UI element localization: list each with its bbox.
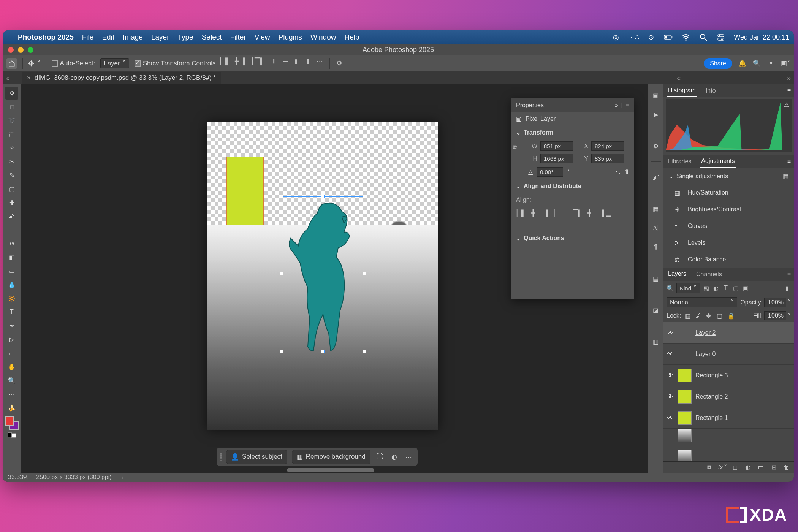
- layer-name[interactable]: Layer 0: [695, 351, 791, 358]
- lock-artboard-icon[interactable]: ▢: [717, 312, 724, 319]
- align-left-icon[interactable]: ▏▌: [221, 58, 230, 65]
- visibility-icon[interactable]: 👁: [667, 351, 674, 358]
- adj-levels[interactable]: ⫸Levels: [663, 234, 794, 251]
- group-icon[interactable]: 🗀: [757, 464, 764, 471]
- angle-input[interactable]: 0.00°: [537, 167, 563, 177]
- layer-row[interactable]: 👁Layer 2: [663, 322, 794, 344]
- menu-file[interactable]: File: [82, 33, 94, 41]
- brush-tool[interactable]: 🖌: [5, 210, 18, 223]
- menubar-clock[interactable]: Wed Jan 22 00:11: [734, 33, 789, 41]
- adj-brightness-contrast[interactable]: ☀Brightness/Contrast: [663, 201, 794, 218]
- layer-thumbnail[interactable]: [678, 411, 692, 425]
- color-swatches[interactable]: [5, 416, 19, 430]
- tab-histogram[interactable]: Histogram: [667, 85, 697, 97]
- magic-wand-tool[interactable]: ✧: [5, 141, 18, 154]
- transform-bounds[interactable]: [282, 196, 364, 352]
- distribute-h-icon[interactable]: ⫴: [270, 58, 279, 65]
- healing-tool[interactable]: ✚: [5, 196, 18, 209]
- visibility-icon[interactable]: 👁: [667, 329, 674, 336]
- adjust-icon[interactable]: ◐: [390, 452, 399, 462]
- auto-select-target[interactable]: Layer ˅: [100, 58, 129, 68]
- align-bottom-icon[interactable]: ▌▁: [602, 209, 611, 218]
- close-tab-icon[interactable]: ×: [27, 74, 31, 82]
- share-button[interactable]: Share: [704, 58, 732, 69]
- menu-edit[interactable]: Edit: [102, 33, 114, 41]
- align-hcenter-icon[interactable]: ╋: [531, 209, 540, 218]
- record-icon[interactable]: ⊙: [646, 33, 656, 42]
- panel-menu-icon[interactable]: ≡: [787, 158, 791, 165]
- horizontal-scrollbar[interactable]: [287, 468, 374, 472]
- gear-icon[interactable]: ⚙: [335, 60, 344, 67]
- minimize-window-icon[interactable]: [18, 47, 24, 53]
- align-right-icon[interactable]: ▌▕: [546, 209, 555, 218]
- workspace-icon[interactable]: ▣˅: [781, 59, 790, 68]
- layer-name[interactable]: Rectangle 3: [695, 372, 791, 379]
- tab-channels[interactable]: Channels: [695, 269, 724, 280]
- lock-all-icon[interactable]: 🔒: [727, 312, 734, 319]
- layer-name[interactable]: Layer 2: [695, 329, 791, 336]
- menu-plugins[interactable]: Plugins: [279, 33, 302, 41]
- cloud-sync-icon[interactable]: ◎: [611, 33, 621, 42]
- panel-menu-icon[interactable]: ≡: [626, 102, 629, 109]
- visibility-icon[interactable]: 👁: [667, 415, 674, 421]
- filter-adjust-icon[interactable]: ◐: [712, 285, 720, 291]
- panel-menu-icon[interactable]: ≡: [787, 271, 791, 278]
- layer-row[interactable]: 👁Layer 0: [663, 344, 794, 365]
- align-vcenter-icon[interactable]: ╋: [587, 209, 597, 218]
- shape-tool[interactable]: ▭: [5, 347, 18, 359]
- search-icon[interactable]: 🔍: [752, 59, 761, 68]
- align-top-icon[interactable]: ▔▌: [255, 58, 264, 65]
- more-align-icon[interactable]: ⋯: [511, 221, 634, 231]
- crop-tool[interactable]: ✂: [5, 155, 18, 168]
- cc-icon[interactable]: ⋮∴: [629, 33, 638, 42]
- libraries-icon[interactable]: ▥: [651, 337, 661, 347]
- lock-transparency-icon[interactable]: ▦: [685, 312, 692, 319]
- y-input[interactable]: 835 px: [591, 154, 624, 163]
- filter-toggle-icon[interactable]: ▮: [783, 285, 791, 291]
- edit-toolbar[interactable]: ⋯: [5, 388, 18, 401]
- height-input[interactable]: 1663 px: [540, 154, 573, 163]
- menu-image[interactable]: Image: [123, 33, 143, 41]
- eyedropper-tool[interactable]: ✎: [5, 169, 18, 182]
- history-brush-tool[interactable]: ↺: [5, 237, 18, 250]
- more-icon[interactable]: ⋯: [404, 452, 414, 462]
- brush-panel-icon[interactable]: 🖌: [651, 173, 661, 182]
- wifi-icon[interactable]: [681, 33, 690, 42]
- visibility-icon[interactable]: 👁: [667, 393, 674, 400]
- filter-pixel-icon[interactable]: ▧: [702, 285, 710, 291]
- fx-icon[interactable]: fx˅: [719, 464, 725, 471]
- gradient-tool[interactable]: ▭: [5, 264, 18, 277]
- control-center-icon[interactable]: [716, 33, 725, 42]
- link-wh-icon[interactable]: ⧉: [511, 140, 518, 155]
- bell-icon[interactable]: 🔔: [738, 59, 747, 68]
- lock-position-icon[interactable]: ✥: [706, 312, 713, 319]
- visibility-icon[interactable]: 👁: [667, 372, 674, 379]
- align-center-h-icon[interactable]: ╋: [233, 58, 241, 65]
- adj-color-balance[interactable]: ⚖Color Balance: [663, 251, 794, 268]
- blend-mode-select[interactable]: Normal˅: [667, 297, 737, 307]
- app-name[interactable]: Photoshop 2025: [18, 33, 74, 41]
- doc-info[interactable]: 2500 px x 3333 px (300 ppi): [36, 474, 111, 481]
- tab-adjustments[interactable]: Adjustments: [700, 155, 736, 168]
- hand-tool[interactable]: ✋: [5, 360, 18, 373]
- layer-row[interactable]: 👁Rectangle 3: [663, 365, 794, 386]
- filter-smart-icon[interactable]: ▣: [742, 285, 749, 291]
- document-tab[interactable]: × dIMG_3608-copy copy.psdm.psd @ 33.3% (…: [22, 72, 221, 84]
- mask-icon[interactable]: ◻: [732, 464, 738, 471]
- link-layers-icon[interactable]: ⧉: [706, 464, 712, 471]
- align-left-icon[interactable]: ▏▌: [517, 209, 526, 218]
- align-top-icon[interactable]: ▔▌: [573, 209, 582, 218]
- properties-panel[interactable]: Properties »|≡ ▧ Pixel Layer Transform ⧉…: [511, 98, 634, 299]
- frame-tool[interactable]: ▢: [5, 182, 18, 195]
- layer-filter-kind[interactable]: Kind˅: [676, 283, 700, 293]
- pen-tool[interactable]: ✒: [5, 319, 18, 332]
- stamp-tool[interactable]: ⛶: [5, 223, 18, 236]
- collapse-icon[interactable]: »: [615, 102, 618, 109]
- adjustment-layer-icon[interactable]: ◐: [744, 464, 751, 471]
- swatches-icon[interactable]: ▦: [651, 204, 661, 214]
- layer-name[interactable]: Rectangle 2: [695, 393, 791, 400]
- more-align-icon[interactable]: ⋯: [316, 58, 324, 65]
- drag-handle-icon[interactable]: [220, 453, 222, 461]
- paragraph-icon[interactable]: ¶: [651, 242, 661, 252]
- marquee-tool[interactable]: ◻: [5, 100, 18, 113]
